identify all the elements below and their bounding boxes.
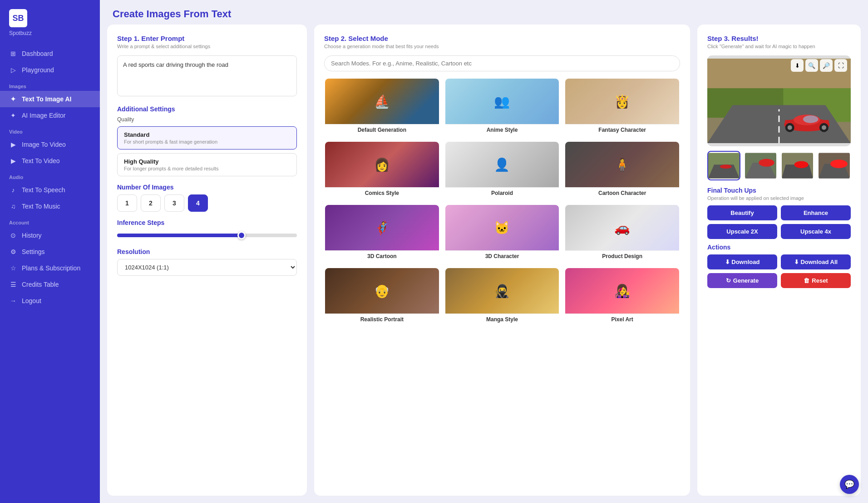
mode-label-portrait1: Realistic Portrait [325, 314, 439, 325]
mode-label-polaroid: Polaroid [445, 187, 559, 199]
mode-label-comics: Comics Style [325, 187, 439, 199]
download-button[interactable]: ⬇ Download [707, 254, 777, 269]
nav-label-text-to-image: Text To Image AI [22, 95, 71, 103]
quality-high[interactable]: High Quality For longer prompts & more d… [117, 153, 297, 176]
mode-card-polaroid[interactable]: 👤 Polaroid [444, 141, 560, 199]
thumbnail-2[interactable] [744, 151, 777, 180]
nav-label-text-to-speech: Text To Speech [22, 186, 65, 194]
mode-image-portrait1: 👴 [325, 268, 439, 314]
nav-label-credits: Credits Table [22, 281, 59, 288]
nav-icon-plans: ☆ [9, 264, 17, 272]
mode-card-anime[interactable]: 👥 Anime Style [444, 78, 560, 136]
generate-button[interactable]: ↻ Generate [707, 273, 777, 288]
step2-title: Step 2. Select Mode [324, 35, 680, 42]
main-result-image[interactable]: ⬇ 🔍 🔎 ⛶ [707, 55, 851, 146]
inference-label: Inference Steps [117, 219, 297, 226]
nav-icon-credits: ☰ [9, 280, 17, 289]
thumbnail-4[interactable] [818, 151, 851, 180]
step1-header: Step 1. Enter Prompt Write a prompt & se… [117, 35, 297, 49]
sidebar-item-credits[interactable]: ☰Credits Table [0, 276, 100, 293]
quality-label: Quality [117, 116, 297, 123]
fullscreen-btn[interactable]: ⛶ [834, 59, 847, 72]
nav-icon-text-to-image: ✦ [9, 95, 17, 103]
download-all-button[interactable]: ⬇ Download All [781, 254, 851, 269]
num-btn-1[interactable]: 1 [117, 194, 137, 212]
nav-label-logout: Logout [22, 297, 41, 304]
mode-card-default[interactable]: ⛵ Default Generation [324, 78, 440, 136]
quality-standard-title: Standard [124, 131, 290, 138]
sidebar-item-text-to-image[interactable]: ✦Text To Image AI [0, 91, 100, 107]
sidebar-item-settings[interactable]: ⚙Settings [0, 244, 100, 260]
sidebar-item-text-to-music[interactable]: ♫Text To Music [0, 198, 100, 214]
sidebar-item-playground[interactable]: ▷Playground [0, 62, 100, 78]
number-selector: 1 2 3 4 [117, 194, 297, 212]
image-action-buttons: ⬇ 🔍 🔎 ⛶ [791, 59, 847, 72]
sidebar-section-video: Video [0, 124, 100, 136]
step3-subtitle: Click "Generate" and wait for AI magic t… [707, 44, 851, 49]
sidebar-item-history[interactable]: ⊙History [0, 227, 100, 244]
action-buttons-row2: ↻ Generate 🗑 Reset [707, 273, 851, 288]
step3-title: Step 3. Results! [707, 35, 851, 42]
reset-button[interactable]: 🗑 Reset [781, 273, 851, 288]
mode-image-comics: 👩 [325, 142, 439, 187]
sidebar-item-image-to-video[interactable]: ▶Image To Video [0, 136, 100, 153]
nav-icon-playground: ▷ [9, 66, 17, 74]
mode-image-anime: 👥 [445, 79, 559, 124]
quality-standard[interactable]: Standard For short prompts & fast image … [117, 126, 297, 149]
content-area: Step 1. Enter Prompt Write a prompt & se… [100, 25, 868, 503]
sidebar-item-plans[interactable]: ☆Plans & Subscription [0, 260, 100, 276]
nav-label-dashboard: Dashboard [22, 50, 53, 57]
download-image-btn[interactable]: ⬇ [791, 59, 804, 72]
prompt-input[interactable]: A red sports car driving through the roa… [117, 55, 297, 96]
logo-box: SB [9, 9, 27, 27]
mode-card-cartoon[interactable]: 🧍 Cartoon Character [564, 141, 680, 199]
mode-label-3dcharacter: 3D Character [445, 250, 559, 262]
main-header: Create Images From Text [100, 0, 868, 25]
sidebar-item-text-to-video[interactable]: ▶Text To Video [0, 153, 100, 169]
mode-card-portrait1[interactable]: 👴 Realistic Portrait [324, 267, 440, 326]
mode-image-polaroid: 👤 [445, 142, 559, 187]
svg-point-22 [794, 161, 809, 169]
quality-high-desc: For longer prompts & more detailed resul… [124, 166, 290, 171]
step1-title: Step 1. Enter Prompt [117, 35, 297, 42]
mode-label-anime: Anime Style [445, 124, 559, 135]
chat-bubble[interactable]: 💬 [840, 475, 859, 494]
mode-card-3dcartoon[interactable]: 🦸 3D Cartoon [324, 204, 440, 263]
num-btn-4[interactable]: 4 [188, 194, 208, 212]
nav-icon-ai-image-editor: ✦ [9, 111, 17, 120]
resolution-select[interactable]: 1024X1024 (1:1) 512X512 (1:1) 1024X512 (… [117, 259, 297, 276]
beautify-button[interactable]: Beautify [707, 205, 777, 220]
action-buttons-row1: ⬇ Download ⬇ Download All [707, 254, 851, 269]
zoom-in-btn[interactable]: 🔍 [805, 59, 818, 72]
sidebar-item-dashboard[interactable]: ⊞Dashboard [0, 45, 100, 62]
thumbnail-1[interactable] [707, 151, 740, 180]
svg-point-25 [830, 159, 848, 168]
enhance-button[interactable]: Enhance [781, 205, 851, 220]
sidebar-item-text-to-speech[interactable]: ♪Text To Speech [0, 182, 100, 198]
mode-search-input[interactable] [324, 55, 680, 71]
thumbnail-3[interactable] [781, 151, 814, 180]
panel-results: Step 3. Results! Click "Generate" and wa… [697, 25, 861, 496]
nav-icon-history: ⊙ [9, 231, 17, 239]
sidebar-item-logout[interactable]: →Logout [0, 293, 100, 309]
upscale2x-button[interactable]: Upscale 2X [707, 224, 777, 239]
svg-point-11 [788, 125, 792, 130]
num-btn-3[interactable]: 3 [164, 194, 184, 212]
mode-card-product[interactable]: 🚗 Product Design [564, 204, 680, 263]
mode-card-pixel[interactable]: 👩‍🎤 Pixel Art [564, 267, 680, 326]
mode-card-3dcharacter[interactable]: 🐱 3D Character [444, 204, 560, 263]
sidebar-item-ai-image-editor[interactable]: ✦AI Image Editor [0, 107, 100, 124]
nav-icon-logout: → [9, 297, 17, 305]
nav-label-image-to-video: Image To Video [22, 141, 66, 148]
upscale4x-button[interactable]: Upscale 4x [781, 224, 851, 239]
mode-card-comics[interactable]: 👩 Comics Style [324, 141, 440, 199]
inference-slider[interactable] [117, 234, 297, 237]
step1-subtitle: Write a prompt & select additional setti… [117, 44, 297, 49]
mode-card-fantasy[interactable]: 👸 Fantasy Character [564, 78, 680, 136]
num-btn-2[interactable]: 2 [141, 194, 161, 212]
nav-icon-dashboard: ⊞ [9, 50, 17, 58]
zoom-out-btn[interactable]: 🔎 [820, 59, 833, 72]
nav-label-plans: Plans & Subscription [22, 264, 80, 272]
main-area: Create Images From Text Step 1. Enter Pr… [100, 0, 868, 503]
mode-card-manga[interactable]: 🥷 Manga Style [444, 267, 560, 326]
